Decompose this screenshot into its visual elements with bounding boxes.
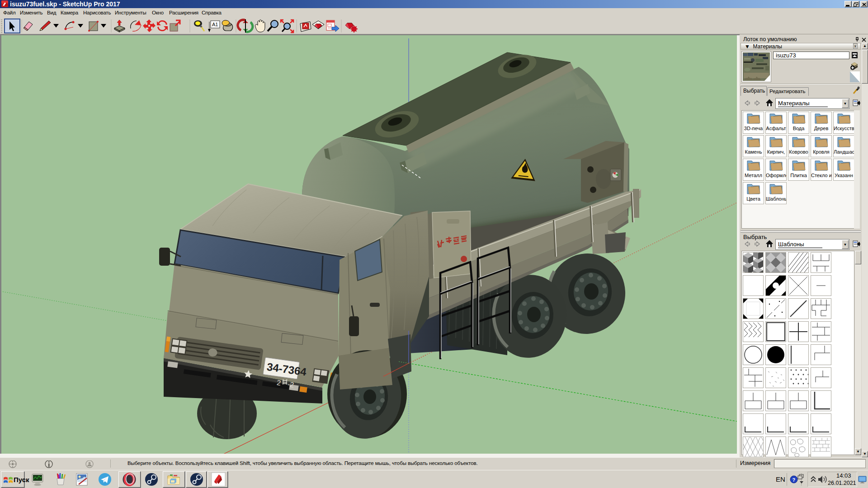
svg-text:-2: -2 (287, 380, 295, 389)
svg-text:A1: A1 (212, 22, 218, 27)
svg-text:?: ? (793, 477, 796, 483)
